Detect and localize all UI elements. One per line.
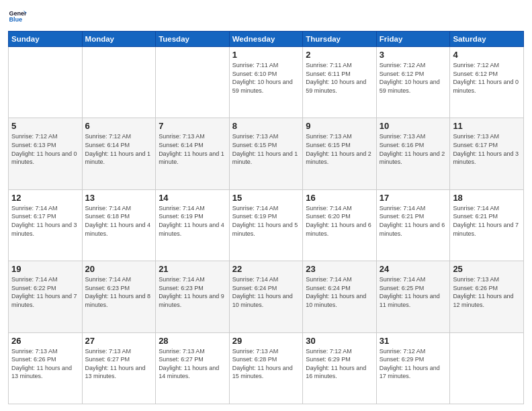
day-number: 20 xyxy=(85,264,153,274)
svg-text:Blue: Blue xyxy=(9,16,22,23)
day-info: Sunrise: 7:14 AM Sunset: 6:24 PM Dayligh… xyxy=(306,275,373,309)
calendar-cell: 4Sunrise: 7:12 AM Sunset: 6:12 PM Daylig… xyxy=(450,47,524,118)
calendar-cell: 17Sunrise: 7:14 AM Sunset: 6:21 PM Dayli… xyxy=(376,189,450,261)
day-info: Sunrise: 7:13 AM Sunset: 6:26 PM Dayligh… xyxy=(453,275,521,309)
col-header-sunday: Sunday xyxy=(9,32,83,47)
calendar-cell xyxy=(450,332,524,404)
day-info: Sunrise: 7:13 AM Sunset: 6:17 PM Dayligh… xyxy=(453,132,521,166)
calendar-cell xyxy=(9,47,83,118)
calendar-cell: 2Sunrise: 7:11 AM Sunset: 6:11 PM Daylig… xyxy=(303,47,377,118)
day-number: 21 xyxy=(159,264,226,274)
calendar-cell: 6Sunrise: 7:12 AM Sunset: 6:14 PM Daylig… xyxy=(82,118,156,189)
day-info: Sunrise: 7:12 AM Sunset: 6:12 PM Dayligh… xyxy=(380,61,447,95)
day-info: Sunrise: 7:14 AM Sunset: 6:18 PM Dayligh… xyxy=(85,204,153,238)
calendar-cell: 19Sunrise: 7:14 AM Sunset: 6:22 PM Dayli… xyxy=(9,261,83,332)
calendar-cell: 1Sunrise: 7:11 AM Sunset: 6:10 PM Daylig… xyxy=(229,47,303,118)
day-number: 26 xyxy=(11,336,79,346)
calendar-week-row: 26Sunrise: 7:13 AM Sunset: 6:26 PM Dayli… xyxy=(9,332,524,404)
day-info: Sunrise: 7:14 AM Sunset: 6:19 PM Dayligh… xyxy=(159,204,226,238)
col-header-thursday: Thursday xyxy=(303,32,377,47)
calendar-cell: 25Sunrise: 7:13 AM Sunset: 6:26 PM Dayli… xyxy=(450,261,524,332)
day-number: 18 xyxy=(453,193,521,203)
calendar-cell: 20Sunrise: 7:14 AM Sunset: 6:23 PM Dayli… xyxy=(82,261,156,332)
calendar-cell: 9Sunrise: 7:13 AM Sunset: 6:15 PM Daylig… xyxy=(303,118,377,189)
day-info: Sunrise: 7:14 AM Sunset: 6:21 PM Dayligh… xyxy=(380,204,447,238)
day-info: Sunrise: 7:13 AM Sunset: 6:27 PM Dayligh… xyxy=(159,347,226,381)
day-info: Sunrise: 7:12 AM Sunset: 6:29 PM Dayligh… xyxy=(380,347,447,381)
calendar-cell: 8Sunrise: 7:13 AM Sunset: 6:15 PM Daylig… xyxy=(229,118,303,189)
day-info: Sunrise: 7:13 AM Sunset: 6:14 PM Dayligh… xyxy=(159,132,226,166)
day-info: Sunrise: 7:13 AM Sunset: 6:26 PM Dayligh… xyxy=(11,347,79,381)
calendar-cell xyxy=(156,47,230,118)
day-number: 19 xyxy=(11,264,79,274)
day-number: 3 xyxy=(380,50,447,60)
day-number: 2 xyxy=(306,50,373,60)
calendar-cell: 31Sunrise: 7:12 AM Sunset: 6:29 PM Dayli… xyxy=(376,332,450,404)
calendar-table: SundayMondayTuesdayWednesdayThursdayFrid… xyxy=(8,31,524,404)
day-info: Sunrise: 7:12 AM Sunset: 6:12 PM Dayligh… xyxy=(453,61,521,95)
day-number: 17 xyxy=(380,193,447,203)
day-info: Sunrise: 7:14 AM Sunset: 6:25 PM Dayligh… xyxy=(380,275,447,309)
calendar-cell: 21Sunrise: 7:14 AM Sunset: 6:23 PM Dayli… xyxy=(156,261,230,332)
day-number: 10 xyxy=(380,121,447,131)
day-info: Sunrise: 7:13 AM Sunset: 6:15 PM Dayligh… xyxy=(306,132,373,166)
calendar-cell: 29Sunrise: 7:13 AM Sunset: 6:28 PM Dayli… xyxy=(229,332,303,404)
svg-text:General: General xyxy=(9,10,27,17)
calendar-cell: 22Sunrise: 7:14 AM Sunset: 6:24 PM Dayli… xyxy=(229,261,303,332)
calendar-cell: 15Sunrise: 7:14 AM Sunset: 6:19 PM Dayli… xyxy=(229,189,303,261)
calendar-cell: 3Sunrise: 7:12 AM Sunset: 6:12 PM Daylig… xyxy=(376,47,450,118)
day-number: 31 xyxy=(380,336,447,346)
day-number: 13 xyxy=(85,193,153,203)
header: General Blue xyxy=(8,7,524,26)
day-number: 12 xyxy=(11,193,79,203)
day-info: Sunrise: 7:14 AM Sunset: 6:23 PM Dayligh… xyxy=(159,275,226,309)
day-info: Sunrise: 7:13 AM Sunset: 6:16 PM Dayligh… xyxy=(380,132,447,166)
day-info: Sunrise: 7:14 AM Sunset: 6:22 PM Dayligh… xyxy=(11,275,79,309)
day-number: 27 xyxy=(85,336,153,346)
day-info: Sunrise: 7:14 AM Sunset: 6:20 PM Dayligh… xyxy=(306,204,373,238)
calendar-week-row: 1Sunrise: 7:11 AM Sunset: 6:10 PM Daylig… xyxy=(9,47,524,118)
day-info: Sunrise: 7:14 AM Sunset: 6:17 PM Dayligh… xyxy=(11,204,79,238)
logo: General Blue xyxy=(8,7,28,26)
calendar-week-row: 12Sunrise: 7:14 AM Sunset: 6:17 PM Dayli… xyxy=(9,189,524,261)
calendar-week-row: 5Sunrise: 7:12 AM Sunset: 6:13 PM Daylig… xyxy=(9,118,524,189)
col-header-tuesday: Tuesday xyxy=(156,32,230,47)
calendar-cell: 26Sunrise: 7:13 AM Sunset: 6:26 PM Dayli… xyxy=(9,332,83,404)
col-header-friday: Friday xyxy=(376,32,450,47)
day-info: Sunrise: 7:11 AM Sunset: 6:11 PM Dayligh… xyxy=(306,61,373,95)
col-header-saturday: Saturday xyxy=(450,32,524,47)
day-number: 22 xyxy=(232,264,300,274)
logo-icon: General Blue xyxy=(8,7,27,26)
day-number: 16 xyxy=(306,193,373,203)
calendar-cell: 18Sunrise: 7:14 AM Sunset: 6:21 PM Dayli… xyxy=(450,189,524,261)
calendar-cell: 10Sunrise: 7:13 AM Sunset: 6:16 PM Dayli… xyxy=(376,118,450,189)
day-number: 9 xyxy=(306,121,373,131)
day-number: 1 xyxy=(232,50,300,60)
calendar-cell: 27Sunrise: 7:13 AM Sunset: 6:27 PM Dayli… xyxy=(82,332,156,404)
day-info: Sunrise: 7:12 AM Sunset: 6:13 PM Dayligh… xyxy=(11,132,79,166)
day-number: 4 xyxy=(453,50,521,60)
day-info: Sunrise: 7:13 AM Sunset: 6:28 PM Dayligh… xyxy=(232,347,300,381)
calendar-cell: 16Sunrise: 7:14 AM Sunset: 6:20 PM Dayli… xyxy=(303,189,377,261)
day-info: Sunrise: 7:13 AM Sunset: 6:27 PM Dayligh… xyxy=(85,347,153,381)
calendar-cell: 13Sunrise: 7:14 AM Sunset: 6:18 PM Dayli… xyxy=(82,189,156,261)
calendar-cell: 5Sunrise: 7:12 AM Sunset: 6:13 PM Daylig… xyxy=(9,118,83,189)
calendar-cell: 7Sunrise: 7:13 AM Sunset: 6:14 PM Daylig… xyxy=(156,118,230,189)
day-number: 25 xyxy=(453,264,521,274)
calendar-cell: 14Sunrise: 7:14 AM Sunset: 6:19 PM Dayli… xyxy=(156,189,230,261)
col-header-wednesday: Wednesday xyxy=(229,32,303,47)
day-info: Sunrise: 7:14 AM Sunset: 6:24 PM Dayligh… xyxy=(232,275,300,309)
day-number: 30 xyxy=(306,336,373,346)
calendar-header-row: SundayMondayTuesdayWednesdayThursdayFrid… xyxy=(9,32,524,47)
calendar-cell: 12Sunrise: 7:14 AM Sunset: 6:17 PM Dayli… xyxy=(9,189,83,261)
day-number: 7 xyxy=(159,121,226,131)
day-number: 5 xyxy=(11,121,79,131)
calendar-week-row: 19Sunrise: 7:14 AM Sunset: 6:22 PM Dayli… xyxy=(9,261,524,332)
day-number: 8 xyxy=(232,121,300,131)
day-number: 11 xyxy=(453,121,521,131)
calendar-cell: 28Sunrise: 7:13 AM Sunset: 6:27 PM Dayli… xyxy=(156,332,230,404)
day-info: Sunrise: 7:12 AM Sunset: 6:29 PM Dayligh… xyxy=(306,347,373,381)
day-number: 24 xyxy=(380,264,447,274)
day-number: 14 xyxy=(159,193,226,203)
day-info: Sunrise: 7:14 AM Sunset: 6:21 PM Dayligh… xyxy=(453,204,521,238)
